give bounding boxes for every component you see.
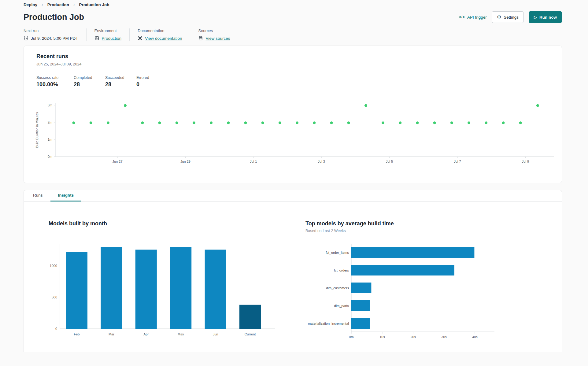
meta-label: Documentation xyxy=(138,28,182,33)
models-by-month-title: Models built by month xyxy=(49,220,293,227)
meta-sources: Sources View sources xyxy=(190,28,238,41)
stat-success-rate: Success rate 100.00% xyxy=(36,76,74,88)
models-by-month-section: Models built by month 05001000FebMarAprM… xyxy=(49,201,293,343)
svg-text:500: 500 xyxy=(52,295,57,299)
page-header: Production Job </> API trigger ⚙ Setting… xyxy=(24,11,562,23)
alarm-clock-icon xyxy=(24,36,28,41)
api-trigger-link[interactable]: </> API trigger xyxy=(459,15,487,20)
svg-text:10s: 10s xyxy=(379,335,385,339)
top-models-title: Top models by average build time xyxy=(305,220,526,227)
meta-environment: Environment Production xyxy=(86,28,130,41)
svg-text:dim_customers: dim_customers xyxy=(326,286,349,290)
tab-runs[interactable]: Runs xyxy=(25,190,50,201)
play-icon: ▷ xyxy=(534,15,537,19)
stat-succeeded: Succeeded 28 xyxy=(105,76,136,88)
stat-completed: Completed 28 xyxy=(74,76,105,88)
next-run-value: Jul 9, 2024, 5:00 PM PDT xyxy=(31,36,78,41)
dbt-docs-icon xyxy=(138,36,142,41)
api-trigger-label: API trigger xyxy=(467,15,487,20)
svg-text:fct_order_items: fct_order_items xyxy=(326,251,349,254)
svg-text:fct_orders: fct_orders xyxy=(334,268,349,272)
svg-text:Jun: Jun xyxy=(213,332,218,336)
meta-label: Sources xyxy=(198,28,230,33)
breadcrumb-deploy[interactable]: Deploy xyxy=(24,2,37,7)
svg-text:1m: 1m xyxy=(48,138,52,141)
settings-button[interactable]: ⚙ Settings xyxy=(492,11,524,23)
svg-text:Jul 7: Jul 7 xyxy=(454,160,461,163)
page: Deploy › Production › Production Job Pro… xyxy=(24,0,562,352)
meta-next-run: Next run Jul 9, 2024, 5:00 PM PDT xyxy=(24,28,86,41)
meta-label: Next run xyxy=(24,28,78,33)
svg-text:dim_parts: dim_parts xyxy=(334,304,349,308)
svg-text:materialization_incremental: materialization_incremental xyxy=(308,322,349,325)
page-title: Production Job xyxy=(24,13,84,22)
svg-text:Build Duration in Minutes: Build Duration in Minutes xyxy=(35,112,39,148)
svg-text:Current: Current xyxy=(245,332,256,336)
view-documentation-link[interactable]: View documentation xyxy=(145,36,182,41)
view-sources-link[interactable]: View sources xyxy=(205,36,230,41)
tab-strip: Runs Insights xyxy=(24,190,562,201)
svg-text:0: 0 xyxy=(55,327,57,331)
database-icon xyxy=(198,36,203,41)
tab-insights[interactable]: Insights xyxy=(50,190,82,201)
svg-text:40s: 40s xyxy=(472,335,478,339)
gear-icon: ⚙ xyxy=(497,15,501,20)
chevron-right-icon: › xyxy=(73,2,75,7)
svg-text:0m: 0m xyxy=(48,155,52,158)
svg-text:Apr: Apr xyxy=(143,332,149,336)
top-models-section: Top models by average build time Based o… xyxy=(305,201,526,343)
run-now-button-label: Run now xyxy=(539,15,557,20)
breadcrumb-current-page: Production Job xyxy=(79,2,109,7)
top-models-hbar-chart: 0m10s20s30s40sfct_order_itemsfct_ordersd… xyxy=(305,242,520,343)
breadcrumb-production[interactable]: Production xyxy=(47,2,69,7)
chevron-right-icon: › xyxy=(42,2,43,7)
svg-text:20s: 20s xyxy=(410,335,416,339)
top-models-subtitle: Based on Last 2 Weeks xyxy=(305,229,526,233)
svg-text:Jul 3: Jul 3 xyxy=(318,160,325,163)
svg-text:Jul 9: Jul 9 xyxy=(522,160,529,163)
svg-text:1000: 1000 xyxy=(50,264,57,268)
header-actions: </> API trigger ⚙ Settings ▷ Run now xyxy=(459,11,562,23)
svg-text:30s: 30s xyxy=(441,335,447,339)
environment-link[interactable]: Production xyxy=(102,36,122,41)
svg-text:Jul 1: Jul 1 xyxy=(250,160,257,163)
svg-text:May: May xyxy=(178,332,184,336)
models-by-month-bar-chart: 05001000FebMarAprMayJunCurrent xyxy=(49,231,293,341)
svg-text:Feb: Feb xyxy=(74,332,80,336)
meta-documentation: Documentation View documentation xyxy=(129,28,190,41)
svg-text:3m: 3m xyxy=(48,103,52,107)
svg-text:Mar: Mar xyxy=(109,332,114,336)
recent-runs-card: Recent runs Jun 25, 2024–Jul 09, 2024 Su… xyxy=(24,46,562,183)
stat-errored: Errored 0 xyxy=(136,76,562,88)
run-now-button[interactable]: ▷ Run now xyxy=(529,11,562,23)
recent-runs-title: Recent runs xyxy=(36,53,562,60)
breadcrumb: Deploy › Production › Production Job xyxy=(24,0,562,7)
svg-text:Jun 29: Jun 29 xyxy=(180,160,190,163)
recent-runs-stats: Success rate 100.00% Completed 28 Succee… xyxy=(36,76,562,88)
svg-text:Jun 27: Jun 27 xyxy=(112,160,122,163)
code-icon: </> xyxy=(459,15,465,19)
run-duration-scatter-chart[interactable]: 0m1m2m3mBuild Duration in MinutesJun 27J… xyxy=(31,98,557,167)
insights-charts: Models built by month 05001000FebMarAprM… xyxy=(24,201,562,343)
settings-button-label: Settings xyxy=(504,15,519,20)
meta-label: Environment xyxy=(94,28,122,33)
svg-text:0m: 0m xyxy=(349,335,353,339)
job-meta-row: Next run Jul 9, 2024, 5:00 PM PDT Enviro… xyxy=(24,28,562,41)
svg-text:2m: 2m xyxy=(48,120,52,124)
insights-card: Runs Insights Models built by month 0500… xyxy=(24,190,562,352)
environment-icon xyxy=(94,36,99,41)
svg-text:Jul 5: Jul 5 xyxy=(386,160,393,163)
recent-runs-date-range: Jun 25, 2024–Jul 09, 2024 xyxy=(36,62,562,66)
